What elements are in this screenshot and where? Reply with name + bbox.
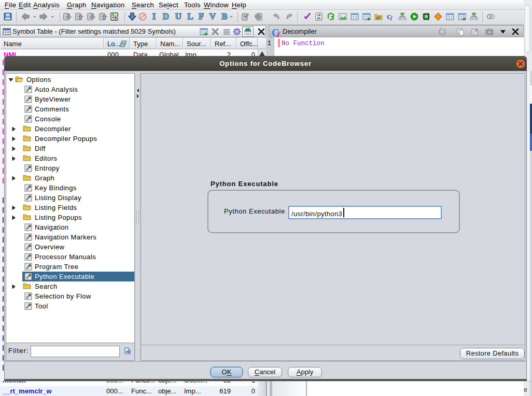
svg-text:F: F (199, 11, 204, 21)
svg-text:L: L (187, 11, 193, 21)
svg-text:I: I (152, 11, 156, 21)
svg-text:B: B (221, 11, 227, 21)
svg-text:U: U (175, 11, 181, 21)
svg-text:f: f (277, 31, 281, 37)
svg-text:DT: DT (376, 16, 381, 20)
svg-text:f: f (390, 15, 393, 21)
svg-text:01: 01 (317, 17, 321, 20)
svg-text:D: D (163, 11, 169, 21)
svg-text:V: V (209, 11, 216, 21)
